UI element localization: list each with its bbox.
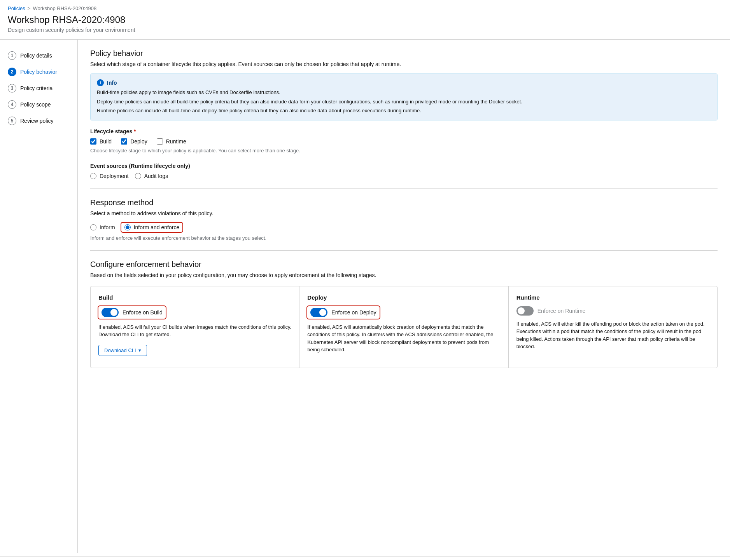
breadcrumb-current: Workshop RHSA-2020:4908 bbox=[33, 5, 96, 11]
breadcrumb-separator: > bbox=[28, 5, 31, 11]
toggle-build-slider bbox=[102, 308, 119, 317]
divider-2 bbox=[90, 250, 718, 251]
enforcement-card-runtime: Runtime Enforce on Runtime If enabled, A… bbox=[509, 286, 717, 368]
toggle-build[interactable] bbox=[102, 308, 119, 317]
checkbox-build-input[interactable] bbox=[90, 138, 96, 145]
footer: Next Back Cancel bbox=[0, 556, 730, 560]
toggle-build-label: Enforce on Build bbox=[123, 309, 163, 316]
checkbox-runtime-input[interactable] bbox=[157, 138, 163, 145]
sidebar-label-policy-behavior: Policy behavior bbox=[20, 69, 57, 75]
lifecycle-helper: Choose lifecycle stage to which your pol… bbox=[90, 148, 718, 154]
info-box: i Info Build-time policies apply to imag… bbox=[90, 73, 718, 120]
sidebar-item-policy-details[interactable]: 1 Policy details bbox=[0, 47, 77, 64]
card-header-runtime: Runtime bbox=[516, 294, 709, 301]
enforcement-title: Configure enforcement behavior bbox=[90, 260, 718, 269]
sidebar-item-policy-scope[interactable]: 4 Policy scope bbox=[0, 96, 77, 113]
enforcement-card-build: Build Enforce on Build If enabled, ACS w… bbox=[91, 286, 299, 368]
step-num-1: 1 bbox=[8, 51, 16, 60]
sidebar-item-review-policy[interactable]: 5 Review policy bbox=[0, 113, 77, 129]
radio-inform-enforce[interactable]: Inform and enforce bbox=[121, 223, 183, 232]
chevron-down-icon: ▾ bbox=[138, 347, 141, 353]
info-box-line-3: Runtime policies can include all build-t… bbox=[97, 107, 711, 115]
step-num-4: 4 bbox=[8, 100, 16, 109]
radio-inform-enforce-label: Inform and enforce bbox=[134, 224, 180, 230]
radio-audit-logs[interactable]: Audit logs bbox=[135, 173, 168, 179]
page-title: Workshop RHSA-2020:4908 bbox=[8, 14, 722, 25]
checkbox-runtime-label: Runtime bbox=[166, 138, 186, 145]
breadcrumb-parent[interactable]: Policies bbox=[8, 5, 25, 11]
enforcement-section: Configure enforcement behavior Based on … bbox=[90, 260, 718, 368]
radio-audit-logs-label: Audit logs bbox=[144, 173, 168, 179]
radio-inform[interactable]: Inform bbox=[90, 224, 115, 230]
checkbox-deploy[interactable]: Deploy bbox=[121, 138, 147, 145]
radio-audit-logs-input[interactable] bbox=[135, 173, 141, 179]
card-header-deploy: Deploy bbox=[307, 294, 500, 301]
info-box-title: Info bbox=[107, 80, 117, 86]
sidebar-label-policy-details: Policy details bbox=[20, 52, 52, 59]
page-subtitle: Design custom security policies for your… bbox=[8, 27, 722, 33]
sidebar-label-review-policy: Review policy bbox=[20, 118, 54, 124]
radio-deployment-input[interactable] bbox=[90, 173, 96, 179]
radio-inform-label: Inform bbox=[100, 224, 115, 230]
enforcement-cards: Build Enforce on Build If enabled, ACS w… bbox=[90, 286, 718, 368]
toggle-deploy-slider bbox=[310, 308, 327, 317]
step-num-5: 5 bbox=[8, 117, 16, 125]
breadcrumb: Policies > Workshop RHSA-2020:4908 bbox=[0, 0, 730, 14]
divider-1 bbox=[90, 188, 718, 189]
card-body-build: If enabled, ACS will fail your CI builds… bbox=[98, 323, 291, 338]
checkbox-runtime[interactable]: Runtime bbox=[157, 138, 186, 145]
card-body-runtime: If enabled, ACS will either kill the off… bbox=[516, 320, 709, 351]
response-method-radios: Inform Inform and enforce bbox=[90, 223, 718, 232]
response-method-helper: Inform and enforce will execute enforcem… bbox=[90, 235, 718, 241]
checkbox-build[interactable]: Build bbox=[90, 138, 112, 145]
event-sources-section: Event sources (Runtime lifecycle only) D… bbox=[90, 163, 718, 179]
response-method-title: Response method bbox=[90, 198, 718, 207]
toggle-row-runtime: Enforce on Runtime bbox=[516, 306, 586, 316]
toggle-deploy-label: Enforce on Deploy bbox=[331, 309, 376, 316]
event-sources-label: Event sources (Runtime lifecycle only) bbox=[90, 163, 718, 169]
card-body-deploy: If enabled, ACS will automatically block… bbox=[307, 323, 500, 354]
main-content: Policy behavior Select which stage of a … bbox=[78, 40, 730, 553]
sidebar-item-policy-criteria[interactable]: 3 Policy criteria bbox=[0, 80, 77, 96]
response-method-desc: Select a method to address violations of… bbox=[90, 210, 718, 216]
info-box-header: i Info bbox=[97, 79, 711, 86]
checkbox-build-label: Build bbox=[100, 138, 112, 145]
radio-inform-enforce-input[interactable] bbox=[124, 224, 131, 230]
sidebar-label-policy-scope: Policy scope bbox=[20, 101, 51, 108]
toggle-row-build: Enforce on Build bbox=[98, 306, 166, 319]
policy-behavior-title: Policy behavior bbox=[90, 49, 718, 58]
toggle-row-deploy: Enforce on Deploy bbox=[307, 306, 379, 319]
radio-deployment-label: Deployment bbox=[100, 173, 129, 179]
download-cli-button[interactable]: Download CLI ▾ bbox=[98, 345, 147, 356]
required-indicator: * bbox=[134, 128, 136, 134]
toggle-runtime[interactable] bbox=[516, 306, 534, 316]
lifecycle-section: Lifecycle stages * Build Deploy Runtime … bbox=[90, 128, 718, 154]
info-icon: i bbox=[97, 79, 104, 86]
checkbox-deploy-label: Deploy bbox=[130, 138, 147, 145]
lifecycle-checkboxes: Build Deploy Runtime bbox=[90, 138, 718, 145]
sidebar-label-policy-criteria: Policy criteria bbox=[20, 85, 53, 91]
radio-deployment[interactable]: Deployment bbox=[90, 173, 129, 179]
step-num-3: 3 bbox=[8, 84, 16, 92]
info-box-line-2: Deploy-time policies can include all bui… bbox=[97, 98, 711, 106]
radio-inform-input[interactable] bbox=[90, 224, 96, 230]
card-header-build: Build bbox=[98, 294, 291, 301]
toggle-runtime-slider bbox=[516, 306, 534, 316]
info-box-line-1: Build-time policies apply to image field… bbox=[97, 89, 711, 96]
toggle-deploy[interactable] bbox=[310, 308, 327, 317]
enforcement-desc: Based on the fields selected in your pol… bbox=[90, 272, 718, 278]
enforcement-card-deploy: Deploy Enforce on Deploy If enabled, ACS… bbox=[299, 286, 508, 368]
sidebar: 1 Policy details 2 Policy behavior 3 Pol… bbox=[0, 40, 78, 553]
main-layout: 1 Policy details 2 Policy behavior 3 Pol… bbox=[0, 40, 730, 553]
download-cli-label: Download CLI bbox=[104, 347, 136, 353]
sidebar-item-policy-behavior[interactable]: 2 Policy behavior bbox=[0, 64, 77, 80]
toggle-runtime-label: Enforce on Runtime bbox=[537, 308, 586, 314]
lifecycle-label: Lifecycle stages * bbox=[90, 128, 718, 134]
page-header: Workshop RHSA-2020:4908 Design custom se… bbox=[0, 14, 730, 40]
response-method-section: Response method Select a method to addre… bbox=[90, 198, 718, 241]
checkbox-deploy-input[interactable] bbox=[121, 138, 127, 145]
event-sources-radios: Deployment Audit logs bbox=[90, 173, 718, 179]
policy-behavior-desc: Select which stage of a container lifecy… bbox=[90, 61, 718, 67]
step-num-2: 2 bbox=[8, 68, 16, 76]
